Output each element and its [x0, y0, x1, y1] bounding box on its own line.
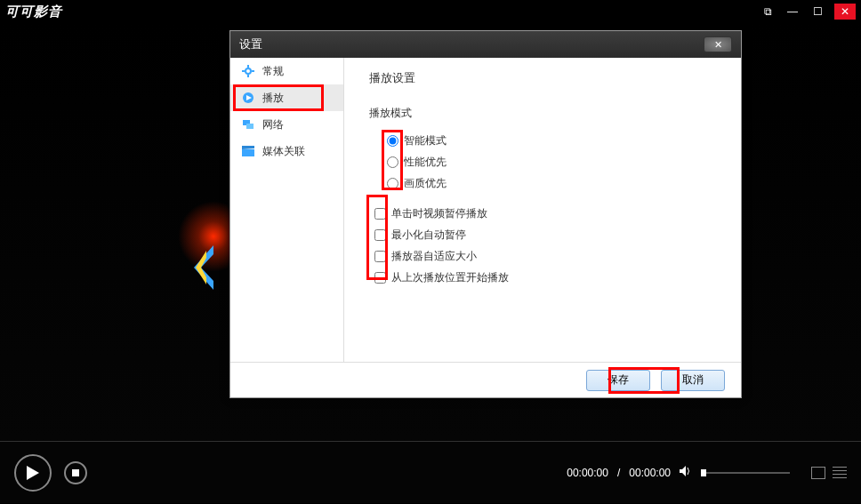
mode-group-label: 播放模式: [369, 106, 716, 121]
mode-option-quality[interactable]: 画质优先: [369, 172, 716, 194]
control-bar: 00:00:00 / 00:00:00: [0, 441, 861, 503]
settings-sidebar: 常规 播放 网络 媒体: [230, 58, 344, 362]
sidebar-item-label: 播放: [262, 91, 284, 106]
check-label: 最小化自动暂停: [391, 228, 466, 243]
check-click-pause[interactable]: 单击时视频暂停播放: [369, 203, 716, 224]
compact-mode-icon[interactable]: [811, 467, 825, 479]
settings-dialog: 设置 ✕ 常规 播放: [229, 30, 742, 398]
svg-marker-4: [680, 466, 686, 476]
dialog-footer: 保存 取消: [230, 362, 741, 397]
time-separator: /: [617, 467, 620, 479]
check-label: 播放器自适应大小: [391, 249, 477, 264]
play-button[interactable]: [14, 454, 52, 492]
sidebar-item-label: 常规: [262, 64, 284, 79]
mode-radio-quality[interactable]: [387, 178, 398, 189]
svg-rect-14: [242, 149, 254, 156]
sidebar-item-label: 媒体关联: [262, 144, 305, 159]
checkbox-click-pause[interactable]: [374, 208, 386, 220]
minimize-button[interactable]: —: [785, 4, 801, 19]
mode-radio-performance[interactable]: [387, 156, 398, 168]
playlist-icon[interactable]: [833, 467, 847, 479]
sidebar-item-network[interactable]: 网络: [230, 111, 343, 138]
sidebar-item-general[interactable]: 常规: [230, 58, 343, 84]
mode-label: 性能优先: [404, 155, 447, 170]
close-button[interactable]: ✕: [834, 4, 856, 20]
player-window: 可可影音 ⧉ — ☐ ✕ 00:00:00 / 00:00:00: [0, 0, 861, 504]
gear-icon: [241, 64, 255, 78]
settings-content: 播放设置 播放模式 智能模式 性能优先 画质优先 单击时: [344, 58, 741, 362]
mode-radio-smart[interactable]: [387, 135, 398, 147]
checkbox-auto-size[interactable]: [374, 251, 386, 262]
controls-left: [14, 454, 87, 492]
app-title: 可可影音: [5, 4, 62, 20]
close-icon: ✕: [714, 40, 722, 50]
stop-button[interactable]: [64, 461, 87, 484]
clapper-icon: [241, 144, 255, 158]
svg-point-5: [245, 68, 251, 74]
cancel-button[interactable]: 取消: [661, 370, 725, 391]
window-controls: ⧉ — ☐ ✕: [760, 4, 856, 20]
time-total: 00:00:00: [629, 467, 671, 479]
pip-button[interactable]: ⧉: [760, 4, 776, 19]
content-heading: 播放设置: [369, 67, 716, 100]
mode-option-performance[interactable]: 性能优先: [369, 151, 716, 172]
controls-right: 00:00:00 / 00:00:00: [567, 466, 847, 479]
sidebar-item-label: 网络: [262, 117, 284, 132]
progress-bar[interactable]: [0, 441, 861, 442]
time-current: 00:00:00: [567, 467, 608, 479]
svg-marker-15: [242, 146, 254, 149]
save-button[interactable]: 保存: [586, 370, 650, 391]
checkbox-resume[interactable]: [374, 272, 386, 284]
volume-slider[interactable]: [701, 472, 790, 474]
volume-icon[interactable]: [680, 466, 692, 479]
dialog-body: 常规 播放 网络 媒体: [230, 58, 741, 362]
check-options: 单击时视频暂停播放 最小化自动暂停 播放器自适应大小 从上次播放位置开始播放: [369, 203, 716, 288]
svg-rect-3: [72, 469, 79, 476]
svg-marker-2: [27, 466, 39, 480]
titlebar: 可可影音 ⧉ — ☐ ✕: [0, 0, 861, 23]
mode-label: 智能模式: [404, 133, 447, 148]
dialog-title: 设置: [239, 36, 262, 52]
checkbox-min-pause[interactable]: [374, 229, 386, 241]
mode-option-smart[interactable]: 智能模式: [369, 130, 716, 151]
play-circle-icon: [241, 91, 255, 105]
svg-marker-1: [196, 251, 206, 284]
player-logo-icon: [189, 245, 224, 290]
check-resume[interactable]: 从上次播放位置开始播放: [369, 267, 716, 288]
sidebar-item-association[interactable]: 媒体关联: [230, 138, 343, 164]
network-icon: [241, 117, 255, 132]
svg-rect-13: [246, 124, 253, 129]
check-min-pause[interactable]: 最小化自动暂停: [369, 224, 716, 245]
dialog-titlebar: 设置 ✕: [230, 31, 741, 58]
check-label: 从上次播放位置开始播放: [391, 270, 509, 285]
maximize-button[interactable]: ☐: [809, 4, 825, 19]
check-label: 单击时视频暂停播放: [391, 206, 487, 221]
sidebar-item-playback[interactable]: 播放: [230, 84, 343, 111]
volume-thumb[interactable]: [701, 469, 706, 476]
dialog-close-button[interactable]: ✕: [704, 36, 732, 52]
mode-label: 画质优先: [404, 176, 447, 191]
check-auto-size[interactable]: 播放器自适应大小: [369, 245, 716, 267]
